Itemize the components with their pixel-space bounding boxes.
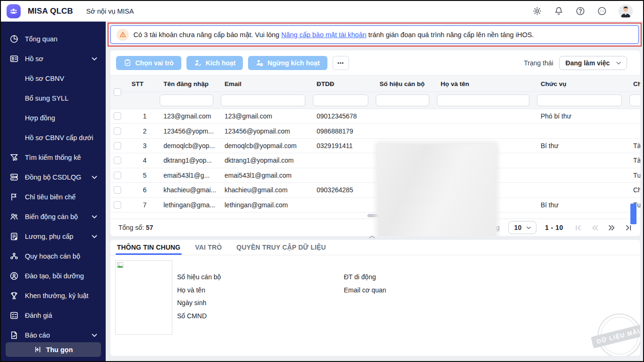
people-icon (9, 212, 19, 221)
cell-phone: 0986888179 (309, 127, 372, 135)
field-label-ho-va-ten: Họ và tên (177, 287, 221, 294)
field-label-email-co-quan: Email cơ quan (344, 287, 386, 294)
trophy-icon (9, 291, 19, 300)
sidebar-item-tim-kiem-thong-ke[interactable]: Tìm kiếm thống kê (1, 148, 106, 167)
sidebar-item-luong-phu-cap[interactable]: Lương, phụ cấp (1, 227, 106, 246)
filter-phone-input[interactable] (313, 94, 368, 106)
toolbar: Chọn vai trò Kích hoạt Ngừng kích hoạt (110, 50, 640, 75)
row-checkbox[interactable] (114, 157, 121, 164)
sidebar-item-quy-hoach-can-bo[interactable]: Quy hoạch cán bộ (1, 246, 106, 266)
column-header-stt[interactable]: STT (124, 80, 156, 87)
table-row[interactable]: 4 dktrang1@yop... dktrang1@yopmail.com T… (110, 153, 640, 168)
table-row[interactable]: 6 khachieu@gmai... khachieu@gmail.com 09… (110, 183, 640, 197)
cell-chuc-danh: Tư phá (626, 172, 640, 179)
rows-per-page-select[interactable]: 10 (508, 221, 537, 234)
chevron-down-icon (91, 173, 98, 181)
row-checkbox[interactable] (114, 112, 121, 120)
sidebar-item-ho-so[interactable]: Hồ sơ (1, 49, 106, 69)
chevron-down-icon (91, 213, 98, 220)
sidebar-item-danh-gia[interactable]: Đánh giá (1, 306, 106, 325)
filter-chuc-danh-input[interactable] (629, 94, 640, 106)
cell-chuc-vu: Bí thư (533, 142, 626, 150)
table-row[interactable]: 1 123@gmail.com 123@gmail.com 0901234567… (110, 109, 640, 124)
vertical-scrollbar-thumb[interactable] (630, 204, 636, 224)
column-header-so-hieu[interactable]: Số hiệu cán bộ (372, 80, 433, 87)
sidebar-item-bien-dong-can-bo[interactable]: Biến động cán bộ (1, 207, 106, 227)
sidebar-item-chi-tieu-bien-che[interactable]: Chỉ tiêu biên chế (1, 187, 106, 207)
more-icon[interactable] (597, 6, 607, 16)
table-row[interactable]: 5 emai543l1@g... emai543l1@gmail.com Tư … (110, 168, 640, 183)
collapse-sidebar-button[interactable]: Thu gọn (6, 342, 101, 357)
cell-stt: 1 (124, 112, 156, 120)
tab-quyen-truy-cap-du-lieu[interactable]: QUYỀN TRUY CẬP DỮ LIỆU (236, 244, 326, 251)
column-header-username[interactable]: Tên đăng nhập (156, 80, 217, 87)
sidebar-item-ho-so-cbnv-cap-duoi[interactable]: Hồ sơ CBNV cấp dưới (1, 128, 106, 148)
id-card-icon (9, 54, 19, 63)
deactivate-button[interactable]: Ngừng kích hoạt (248, 56, 327, 70)
sidebar-item-tong-quan[interactable]: Tổng quan (1, 29, 106, 49)
row-checkbox[interactable] (114, 172, 121, 179)
sidebar-item-khen-thuong-ky-luat[interactable]: Khen thưởng, kỷ luật (1, 286, 106, 306)
cell-chuc-vu: Bí thư (533, 201, 626, 209)
cell-stt: 3 (124, 142, 156, 150)
row-checkbox[interactable] (114, 186, 121, 194)
filter-search-icon (9, 153, 19, 162)
filter-email-input[interactable] (221, 94, 305, 106)
cell-chuc-danh: Chuyên (626, 186, 640, 194)
filter-so-hieu-input[interactable] (376, 94, 429, 106)
field-label-so-hieu-can-bo: Số hiệu cán bộ (177, 274, 221, 281)
row-checkbox[interactable] (114, 127, 121, 135)
accounts-panel: Chọn vai trò Kích hoạt Ngừng kích hoạt (110, 50, 640, 236)
last-page-button[interactable] (625, 224, 632, 231)
cell-chuc-danh: Tài chí (626, 157, 640, 164)
column-header-chuc-danh[interactable]: Chức danh (626, 80, 640, 87)
sidebar-item-ho-so-cbnv[interactable]: Hồ sơ CBNV (1, 69, 106, 88)
upgrade-security-link[interactable]: Nâng cấp bảo mật tài khoản (281, 31, 366, 39)
status-filter-select[interactable]: Đang làm việc (559, 56, 627, 70)
collapse-icon (34, 346, 42, 354)
chevron-down-icon (615, 60, 622, 66)
cell-phone: 0329191411 (309, 142, 372, 150)
activate-button[interactable]: Kích hoạt (186, 56, 243, 70)
next-page-button[interactable] (608, 224, 615, 231)
tab-vai-tro[interactable]: VAI TRÒ (195, 244, 222, 251)
user-avatar[interactable] (619, 4, 633, 18)
table-row[interactable]: 7 lethingan@gma... lethingan@gmail.com B… (110, 198, 640, 212)
cell-stt: 7 (124, 201, 156, 209)
sidebar-item-dong-bo-csdlqg[interactable]: Đồng bộ CSDLQG (1, 167, 106, 187)
cell-username: khachieu@gmai... (156, 186, 217, 194)
filter-ho-ten-input[interactable] (437, 94, 529, 106)
column-header-phone[interactable]: ĐTDĐ (309, 80, 372, 87)
panel-splitter-handle[interactable] (367, 234, 377, 240)
cell-email: emai543l1@gmail.com (217, 172, 309, 179)
notifications-icon[interactable] (554, 6, 564, 16)
sidebar-item-hop-dong[interactable]: Hợp đồng (1, 108, 106, 128)
table-row[interactable]: 3 demoqlcb@yop... demoqlcb@yopmail.com 0… (110, 139, 640, 153)
row-checkbox[interactable] (114, 201, 121, 209)
cell-email: lethingan@gmail.com (217, 201, 309, 209)
choose-role-button[interactable]: Chọn vai trò (116, 56, 181, 70)
help-icon[interactable] (575, 6, 585, 16)
cell-chuc-danh: Tài chí (626, 142, 640, 150)
tab-thong-tin-chung[interactable]: THÔNG TIN CHUNG (117, 244, 180, 251)
column-header-ho-ten[interactable]: Họ và tên (433, 80, 533, 87)
column-header-email[interactable]: Email (217, 80, 309, 87)
previous-page-button[interactable] (591, 224, 598, 231)
more-actions-button[interactable] (333, 56, 349, 70)
cell-email: dktrang1@yopmail.com (217, 157, 309, 164)
flag-icon (9, 192, 19, 202)
horizontal-scrollbar[interactable] (110, 214, 633, 218)
settings-icon[interactable] (532, 6, 542, 16)
sidebar-item-bo-sung-syll[interactable]: Bổ sung SYLL (1, 88, 106, 108)
first-page-button[interactable] (574, 224, 582, 231)
pie-chart-icon (9, 34, 19, 44)
select-all-checkbox[interactable] (114, 88, 121, 96)
table-row[interactable]: 2 123456@yopm... 123456@yopmail.com 0986… (110, 124, 640, 138)
field-label-ngay-sinh: Ngày sinh (177, 299, 221, 307)
sidebar-item-dao-tao-boi-duong[interactable]: Đào tạo, bồi dưỡng (1, 266, 106, 286)
person-minus-icon (256, 59, 264, 67)
row-checkbox[interactable] (114, 142, 121, 150)
column-header-chuc-vu[interactable]: Chức vụ (533, 80, 626, 87)
filter-username-input[interactable] (160, 94, 213, 106)
filter-chuc-vu-input[interactable] (537, 94, 622, 106)
